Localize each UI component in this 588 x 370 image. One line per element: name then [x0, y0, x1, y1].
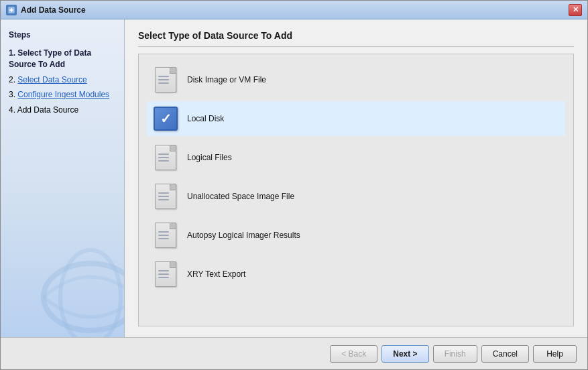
- option-logical-files[interactable]: Logical Files: [147, 140, 565, 175]
- dialog-footer: < Back Next > Finish Cancel Help: [1, 337, 587, 369]
- file-line-1: [158, 270, 169, 271]
- option-disk-image-icon: [152, 66, 179, 93]
- sidebar-heading: Steps: [9, 30, 116, 40]
- checkmark-icon: ✓: [160, 112, 172, 125]
- sidebar: Steps 1. Select Type of Data Source To A…: [1, 19, 125, 337]
- step-1: 1. Select Type of Data Source To Add: [9, 48, 116, 70]
- main-title: Select Type of Data Source To Add: [138, 30, 574, 47]
- file-icon-lines-autopsy: [158, 231, 169, 241]
- file-line-1: [158, 192, 169, 194]
- file-line-3: [158, 199, 169, 200]
- option-autopsy-imager[interactable]: Autopsy Logical Imager Results: [147, 218, 565, 253]
- file-line-3: [158, 82, 169, 84]
- cancel-button[interactable]: Cancel: [481, 345, 529, 363]
- file-line-3: [158, 277, 169, 278]
- file-line-1: [158, 153, 169, 155]
- file-icon-unallocated: [155, 184, 176, 209]
- file-line-3: [158, 238, 169, 239]
- option-local-disk[interactable]: ✓ Local Disk: [147, 101, 565, 136]
- step-2-label[interactable]: Select Data Source: [17, 75, 86, 84]
- file-line-2: [158, 196, 169, 197]
- file-line-2: [158, 273, 169, 275]
- next-button[interactable]: Next >: [381, 345, 428, 363]
- file-line-2: [158, 235, 169, 236]
- step-1-label: Select Type of Data Source To Add: [9, 48, 91, 69]
- file-icon-lines-unallocated: [158, 192, 169, 202]
- step-2: 2. Select Data Source: [9, 74, 116, 86]
- option-unallocated-icon: [152, 183, 179, 210]
- option-autopsy-imager-icon: [152, 222, 179, 249]
- title-bar-text: Add Data Source: [21, 5, 569, 15]
- option-logical-files-label: Logical Files: [187, 153, 232, 162]
- option-unallocated-label: Unallocated Space Image File: [187, 192, 294, 201]
- file-line-2: [158, 79, 169, 80]
- option-local-disk-label: Local Disk: [187, 114, 224, 123]
- dialog-body: Steps 1. Select Type of Data Source To A…: [1, 19, 587, 337]
- title-bar-icon: [6, 5, 17, 15]
- file-icon-xry: [155, 261, 176, 287]
- file-icon-logical: [155, 145, 176, 170]
- option-xry-export-label: XRY Text Export: [187, 269, 245, 279]
- options-area: Disk Image or VM File ✓ Local Disk: [138, 54, 574, 326]
- svg-point-3: [44, 263, 125, 330]
- step-list: 1. Select Type of Data Source To Add 2. …: [9, 48, 116, 116]
- file-line-1: [158, 76, 169, 77]
- step-2-number: 2.: [9, 75, 17, 84]
- help-button[interactable]: Help: [533, 345, 577, 363]
- option-disk-image[interactable]: Disk Image or VM File: [147, 62, 565, 97]
- main-content: Select Type of Data Source To Add: [125, 19, 587, 337]
- file-line-3: [158, 160, 169, 162]
- file-icon-disk-image: [155, 67, 176, 92]
- file-icon-lines: [158, 76, 169, 86]
- option-disk-image-label: Disk Image or VM File: [187, 75, 266, 84]
- option-autopsy-imager-label: Autopsy Logical Imager Results: [187, 231, 300, 240]
- file-icon-lines-logical: [158, 153, 169, 164]
- step-4-number: 4.: [9, 105, 17, 115]
- file-icon-lines-xry: [158, 270, 169, 280]
- close-button[interactable]: ✕: [569, 4, 582, 16]
- option-local-disk-icon: ✓: [152, 105, 179, 132]
- step-3-number: 3.: [9, 90, 17, 99]
- option-logical-files-icon: [152, 144, 179, 171]
- step-3-label[interactable]: Configure Ingest Modules: [17, 90, 109, 99]
- sidebar-watermark: [37, 243, 125, 337]
- option-xry-export[interactable]: XRY Text Export: [147, 257, 565, 292]
- step-4: 4. Add Data Source: [9, 105, 116, 116]
- disk-icon-selected: ✓: [154, 107, 178, 131]
- file-line-1: [158, 231, 169, 233]
- option-unallocated[interactable]: Unallocated Space Image File: [147, 179, 565, 214]
- step-3: 3. Configure Ingest Modules: [9, 89, 116, 101]
- finish-button[interactable]: Finish: [433, 345, 477, 363]
- title-bar: Add Data Source ✕: [1, 1, 587, 19]
- file-line-2: [158, 157, 169, 158]
- option-xry-export-icon: [152, 261, 179, 288]
- step-1-number: 1.: [9, 48, 15, 58]
- dialog-window: Add Data Source ✕ Steps 1. Select Type o…: [0, 0, 588, 370]
- step-4-label: Add Data Source: [17, 105, 78, 115]
- file-icon-autopsy: [155, 223, 176, 248]
- back-button[interactable]: < Back: [330, 345, 377, 363]
